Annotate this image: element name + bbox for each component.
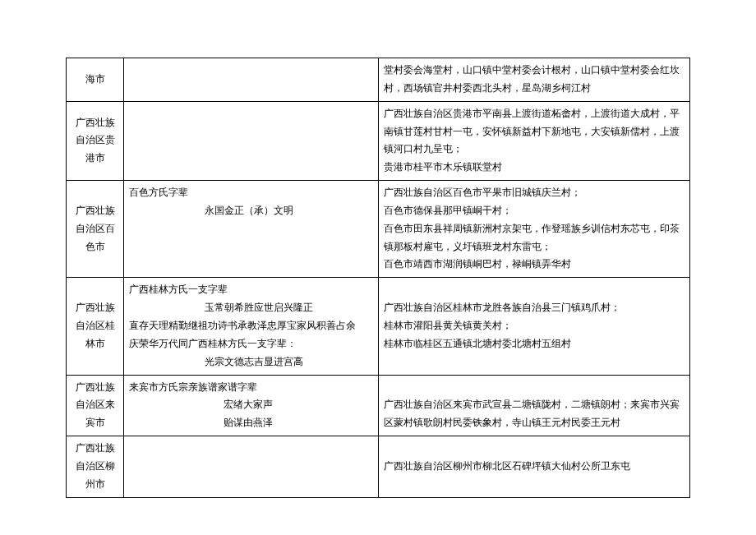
poem-cell: 百色方氏字辈 永国金正（承）文明 <box>124 181 379 278</box>
locations-cell: 堂村委会海堂村，山口镇中堂村委会计根村，山口镇中堂村委会红坎村，西场镇官井村委西… <box>379 58 690 102</box>
poem-line: 庆荣华万代同广西桂林方氏一支字辈： <box>129 339 297 348</box>
locations-cell: 广西壮族自治区百色市平果市旧城镇庆兰村；百色市德保县那甲镇峒干村；百色市田东县祥… <box>379 181 690 278</box>
poem-title: 广西桂林方氏一支字辈 <box>129 284 228 294</box>
poem-line: 直存天理精勤继祖功诗书承教泽忠厚宝家风积善占余 <box>129 321 356 330</box>
poem-cell <box>124 436 379 498</box>
poem-cell: 广西桂林方氏一支字辈 玉常朝希胜应世启兴隆正 直存天理精勤继祖功诗书承教泽忠厚宝… <box>124 278 379 375</box>
table-row: 海市 堂村委会海堂村，山口镇中堂村委会计根村，山口镇中堂村委会红坎村，西场镇官井… <box>67 58 690 102</box>
locations-cell: 广西壮族自治区柳州市柳北区石碑坪镇大仙村公所卫东屯 <box>379 436 690 498</box>
table-row: 广西壮族自治区百色市 百色方氏字辈 永国金正（承）文明 广西壮族自治区百色市平果… <box>67 181 690 278</box>
locations-cell: 广西壮族自治区来宾市武宣县二塘镇陇村，二塘镇朗村；来宾市兴宾区蒙村镇歌朗村民委铁… <box>379 375 690 436</box>
region-cell: 广西壮族自治区桂林市 <box>67 278 124 375</box>
region-cell: 海市 <box>67 58 124 102</box>
region-cell: 广西壮族自治区柳州市 <box>67 436 124 498</box>
poem-line: 宏绪大家声 <box>129 396 373 414</box>
table-row: 广西壮族自治区桂林市 广西桂林方氏一支字辈 玉常朝希胜应世启兴隆正 直存天理精勤… <box>67 278 690 375</box>
region-cell: 广西壮族自治区贵港市 <box>67 101 124 180</box>
table-row: 广西壮族自治区贵港市 广西壮族自治区贵港市平南县上渡街道柘畲村，上渡街道大成村，… <box>67 101 690 180</box>
poem-title: 来宾市方氏宗亲族谱家谱字辈 <box>129 382 257 392</box>
poem-line: 永国金正（承）文明 <box>129 202 373 220</box>
poem-cell <box>124 101 379 180</box>
poem-title: 百色方氏字辈 <box>129 187 188 197</box>
poem-line: 玉常朝希胜应世启兴隆正 <box>129 299 373 317</box>
table-row: 广西壮族自治区柳州市 广西壮族自治区柳州市柳北区石碑坪镇大仙村公所卫东屯 <box>67 436 690 498</box>
poem-line: 光宗文德志吉显进宫高 <box>129 353 373 371</box>
locations-cell: 广西壮族自治区桂林市龙胜各族自治县三门镇鸡爪村；桂林市灌阳县黄关镇黄关村；桂林市… <box>379 278 690 375</box>
genealogy-table: 海市 堂村委会海堂村，山口镇中堂村委会计根村，山口镇中堂村委会红坎村，西场镇官井… <box>66 58 690 498</box>
poem-cell <box>124 58 379 102</box>
table-row: 广西壮族自治区来宾市 来宾市方氏宗亲族谱家谱字辈 宏绪大家声 贻谋由燕泽 广西壮… <box>67 375 690 436</box>
poem-line: 贻谋由燕泽 <box>129 414 373 432</box>
poem-cell: 来宾市方氏宗亲族谱家谱字辈 宏绪大家声 贻谋由燕泽 <box>124 375 379 436</box>
region-cell: 广西壮族自治区百色市 <box>67 181 124 278</box>
locations-cell: 广西壮族自治区贵港市平南县上渡街道柘畲村，上渡街道大成村，平南镇甘莲村甘村一屯，… <box>379 101 690 180</box>
region-cell: 广西壮族自治区来宾市 <box>67 375 124 436</box>
